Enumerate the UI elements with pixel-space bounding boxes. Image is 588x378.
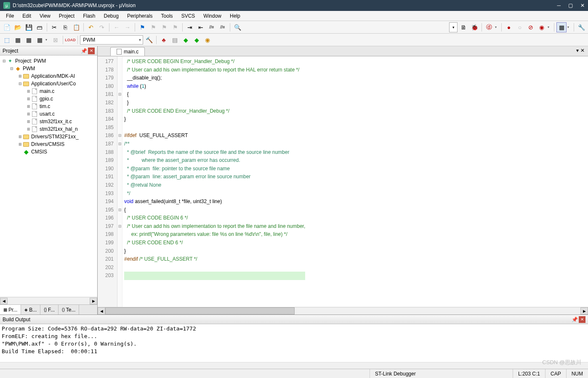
panel-pin-button[interactable]: 📌 [571,316,578,323]
build-dropdown[interactable]: ▾ [45,38,50,42]
save-all-button[interactable]: 🗃 [35,22,45,32]
find-button[interactable]: 🔍 [232,22,242,32]
menu-window[interactable]: Window [199,12,226,20]
menu-project[interactable]: Project [55,12,79,20]
code-editor[interactable]: 1771781791801811821831841851861871881891… [98,56,588,307]
project-tab-0[interactable]: ▦Pr... [0,305,21,315]
fold-column[interactable]: ⊟⊟⊟⊟⊟ [117,56,122,307]
build-hscroll[interactable] [0,362,588,369]
menu-peripherals[interactable]: Peripherals [123,12,157,20]
project-hscroll[interactable]: ◀ ▶ [0,297,97,304]
editor-hscroll[interactable]: ◀ ▶ [98,307,588,315]
editor-tab-main-c[interactable]: main.c [110,47,145,56]
file-gpio-c[interactable]: ⊞gpio.c [0,95,97,103]
file-tim-c[interactable]: ⊞tim.c [0,103,97,110]
menu-edit[interactable]: Edit [18,12,35,20]
build-output-text[interactable]: Program Size: Code=5376 RO-data=292 RW-d… [0,324,588,362]
uncomment-button[interactable]: //≡ [218,22,228,32]
translate-button[interactable]: ⬚ [2,35,12,45]
pack-check-button[interactable]: ◆ [192,35,202,45]
configure-button[interactable]: 🔧 [576,22,586,32]
scroll-left-button[interactable]: ◀ [98,307,105,315]
project-target[interactable]: ⊟◆PWM [0,65,97,72]
debug-start-button[interactable]: ⓓ [484,22,494,32]
download-button[interactable]: LOAD [65,35,75,45]
close-button[interactable]: ✕ [580,3,585,8]
panel-close-button[interactable]: ✕ [579,316,585,323]
breakpoint-kill-button[interactable]: ⊘ [526,22,536,32]
paste-button[interactable]: 📋 [71,22,81,32]
indent-button[interactable]: ⇥ [185,22,195,32]
redo-button[interactable]: ↷ [97,22,107,32]
open-file-button[interactable]: 📂 [13,22,23,32]
panel-pin-button[interactable]: 📌 [80,48,87,54]
rebuild-button[interactable]: ▦ [24,35,34,45]
breakpoint-enable-button[interactable]: ◉ [537,22,547,32]
cut-button[interactable]: ✂ [49,22,59,32]
menu-debug[interactable]: Debug [100,12,123,20]
panel-close-button[interactable]: ✕ [88,48,95,54]
debug-session-button[interactable]: 🐞 [469,22,479,32]
combo-dropdown[interactable]: ▾ [449,22,458,32]
bookmark-prev-button[interactable]: ⚑ [148,22,158,32]
stop-build-button[interactable]: ⊠ [51,35,61,45]
maximize-button[interactable]: ▢ [568,3,573,8]
project-tree[interactable]: ⊟✦Project: PWM⊟◆PWM⊞Application/MDK-AI⊟A… [0,56,97,297]
group-application-mdk-ai[interactable]: ⊞Application/MDK-AI [0,72,97,80]
file-main-c[interactable]: ⊞main.c [0,87,97,95]
code-content[interactable]: /* USER CODE BEGIN Error_Handler_Debug *… [122,56,305,307]
window-layout-button[interactable]: ▦ [556,22,567,32]
file-stm32f1xx_it-c[interactable]: ⊞stm32f1xx_it.c [0,118,97,125]
nav-forward-button[interactable]: → [122,22,133,32]
target-options-button[interactable]: 🔨 [144,35,154,45]
bookmark-toggle-button[interactable]: ⚑ [137,22,147,32]
project-panel-title: Project [3,48,80,54]
manage-rte-button[interactable]: ♣ [159,35,169,45]
scroll-thumb[interactable] [105,307,295,315]
pack-installer-button[interactable]: ◆ [181,35,191,45]
minimize-button[interactable]: ─ [557,3,561,8]
file-stm32f1xx_hal_n[interactable]: ⊞stm32f1xx_hal_n [0,125,97,133]
menu-flash[interactable]: Flash [79,12,99,20]
bookmark-clear-button[interactable]: ⚑ [170,22,180,32]
select-packs-button[interactable]: ▤ [170,35,180,45]
breakpoint-insert-button[interactable]: ● [504,22,514,32]
books-button[interactable]: ◉ [202,35,213,45]
project-tab-2[interactable]: {}F... [40,305,59,315]
nav-back-button[interactable]: ← [112,22,122,32]
comment-button[interactable]: //≡ [207,22,217,32]
breakpoint-dropdown[interactable]: ▾ [548,25,552,29]
batch-build-button[interactable]: ▦ [35,35,45,45]
menu-svcs[interactable]: SVCS [177,12,200,20]
status-debugger: ST-Link Debugger [370,369,513,378]
breakpoint-disable-button[interactable]: ○ [515,22,525,32]
project-tab-1[interactable]: ◈B... [21,305,40,315]
layout-dropdown[interactable]: ▾ [567,25,572,29]
group-drivers-cmsis[interactable]: ⊞Drivers/CMSIS [0,140,97,148]
scroll-right-button[interactable]: ▶ [90,298,97,304]
find-in-files-button[interactable]: 🗎 [458,22,468,32]
debug-dropdown[interactable]: ▾ [495,25,499,29]
project-root[interactable]: ⊟✦Project: PWM [0,57,97,65]
bookmark-next-button[interactable]: ⚑ [159,22,169,32]
menu-file[interactable]: File [2,12,18,20]
group-application-user-co[interactable]: ⊟Application/User/Co [0,80,97,87]
menu-tools[interactable]: Tools [157,12,177,20]
scroll-right-button[interactable]: ▶ [580,307,588,315]
menu-help[interactable]: Help [226,12,245,20]
new-file-button[interactable]: 📄 [2,22,12,32]
undo-button[interactable]: ↶ [86,22,96,32]
build-button[interactable]: ▦ [13,35,23,45]
group-drivers-stm32f1xx-[interactable]: ⊞Drivers/STM32F1xx_ [0,133,97,140]
target-select[interactable]: PWM [80,35,143,45]
file-usart-c[interactable]: ⊞usart.c [0,110,97,118]
scroll-left-button[interactable]: ◀ [0,298,8,304]
copy-button[interactable]: ⎘ [60,22,70,32]
save-button[interactable]: 💾 [24,22,34,32]
tab-list-button[interactable]: ▾ [576,48,579,53]
outdent-button[interactable]: ⇤ [196,22,206,32]
tab-close-button[interactable]: ✕ [580,48,585,53]
cmsis-component[interactable]: ◆CMSIS [0,148,97,156]
menu-view[interactable]: View [35,12,55,20]
project-tab-3[interactable]: ()Te... [59,305,79,315]
